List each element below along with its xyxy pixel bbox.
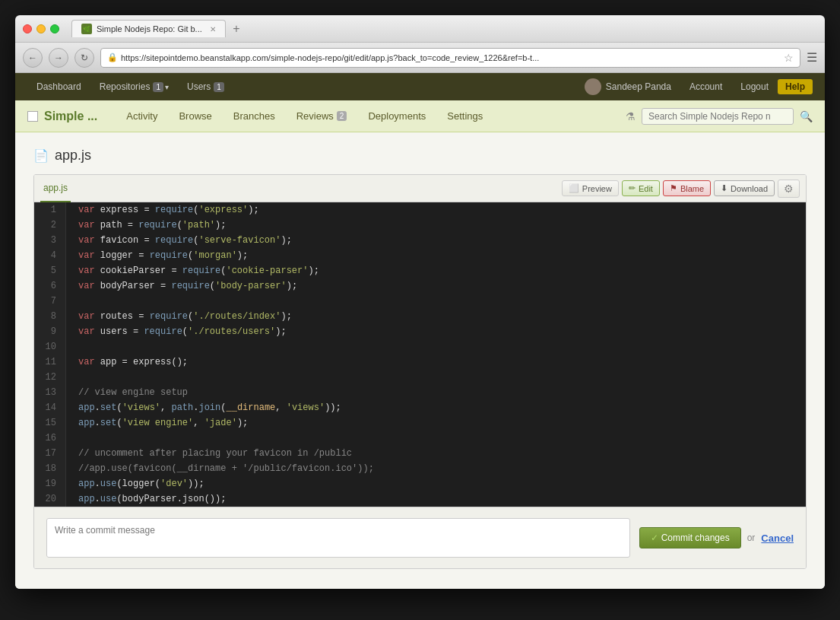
subnav-activity[interactable]: Activity [116, 100, 168, 132]
subnav-branches[interactable]: Branches [223, 100, 286, 132]
code-line: 4var logger = require('morgan'); [34, 248, 806, 263]
code-line: 17// uncomment after placing your favico… [34, 446, 806, 461]
subnav-right: ⚗ 🔍 [626, 108, 813, 125]
forward-button[interactable]: → [49, 48, 68, 68]
file-header: 📄 app.js [33, 148, 807, 164]
file-icon: 📄 [33, 148, 49, 163]
minimize-window-button[interactable] [36, 24, 46, 33]
preview-button[interactable]: ⬜ Preview [562, 180, 619, 196]
line-content: var cookieParser = require('cookie-parse… [66, 263, 806, 278]
nav-help[interactable]: Help [778, 79, 813, 94]
maximize-window-button[interactable] [50, 24, 59, 33]
code-line: 5var cookieParser = require('cookie-pars… [34, 263, 806, 278]
commit-message-input[interactable] [46, 518, 630, 558]
blame-button[interactable]: ⚑ Blame [663, 180, 711, 196]
line-content [66, 370, 806, 385]
page-content: 📄 app.js app.js ⬜ Preview [15, 132, 825, 589]
browser-window: 🌿 Simple Nodejs Repo: Git b... ✕ + ← → ↻… [15, 15, 825, 589]
code-line: 15app.set('view engine', 'jade'); [34, 415, 806, 431]
line-number: 20 [34, 491, 66, 507]
commit-changes-button[interactable]: ✓ Commit changes [639, 527, 741, 548]
line-content: //app.use(favicon(__dirname + '/public/f… [66, 461, 806, 476]
line-number: 12 [34, 370, 66, 385]
tab-bar: 🌿 Simple Nodejs Repo: Git b... ✕ + [71, 20, 817, 37]
line-content: // view engine setup [66, 385, 806, 400]
file-title: app.js [55, 148, 91, 164]
code-editor[interactable]: 1var express = require('express');2var p… [34, 202, 806, 507]
line-content: var logger = require('morgan'); [66, 248, 806, 263]
line-content: // uncomment after placing your favicon … [66, 446, 806, 461]
edit-button[interactable]: ✏ Edit [622, 180, 660, 196]
line-number: 15 [34, 415, 66, 431]
line-number: 17 [34, 446, 66, 461]
app-nav: Dashboard Repositories 1 ▾ Users 1 Sande… [15, 73, 825, 100]
line-number: 9 [34, 324, 66, 339]
browser-tab[interactable]: 🌿 Simple Nodejs Repo: Git b... ✕ [71, 20, 226, 37]
filter-icon[interactable]: ⚗ [626, 110, 636, 122]
line-content [66, 431, 806, 446]
subnav-settings[interactable]: Settings [436, 100, 493, 132]
code-line: 7 [34, 294, 806, 309]
browser-menu-button[interactable]: ☰ [807, 50, 817, 65]
code-line: 8var routes = require('./routes/index'); [34, 309, 806, 324]
code-line: 18//app.use(favicon(__dirname + '/public… [34, 461, 806, 476]
code-line: 2var path = require('path'); [34, 218, 806, 233]
settings-button[interactable]: ⚙ [778, 180, 800, 198]
repo-name[interactable]: Simple ... [44, 110, 97, 123]
code-line: 1var express = require('express'); [34, 202, 806, 218]
code-filename: app.js [40, 175, 71, 202]
line-number: 16 [34, 431, 66, 446]
bookmark-button[interactable]: ☆ [784, 52, 794, 64]
nav-repositories[interactable]: Repositories 1 ▾ [90, 73, 178, 100]
code-line: 10 [34, 339, 806, 355]
line-number: 5 [34, 263, 66, 278]
subnav-browse[interactable]: Browse [168, 100, 222, 132]
line-content: app.set('views', path.join(__dirname, 'v… [66, 400, 806, 415]
refresh-button[interactable]: ↻ [74, 48, 94, 68]
line-number: 8 [34, 309, 66, 324]
preview-icon: ⬜ [569, 183, 579, 193]
traffic-lights [23, 24, 59, 33]
line-content [66, 294, 806, 309]
subnav-deployments[interactable]: Deployments [357, 100, 436, 132]
line-number: 7 [34, 294, 66, 309]
line-content: var bodyParser = require('body-parser'); [66, 278, 806, 294]
tab-close-button[interactable]: ✕ [210, 25, 216, 33]
line-number: 13 [34, 385, 66, 400]
checkmark-icon: ✓ [651, 533, 658, 543]
nav-username[interactable]: Sandeep Panda [575, 73, 680, 100]
nav-users[interactable]: Users 1 [178, 73, 233, 100]
line-content: app.use(bodyParser.json()); [66, 491, 806, 507]
close-window-button[interactable] [23, 24, 32, 33]
line-number: 3 [34, 233, 66, 248]
line-number: 14 [34, 400, 66, 415]
cancel-button[interactable]: Cancel [761, 533, 794, 544]
repo-search-input[interactable] [642, 108, 794, 125]
nav-account[interactable]: Account [680, 73, 731, 100]
address-bar[interactable]: 🔒 https://sitepointdemo.beanstalkapp.com… [100, 48, 800, 68]
tab-title: Simple Nodejs Repo: Git b... [97, 24, 202, 33]
nav-dashboard[interactable]: Dashboard [27, 73, 90, 100]
url-text: https://sitepointdemo.beanstalkapp.com/s… [121, 53, 539, 62]
code-line: 14app.set('views', path.join(__dirname, … [34, 400, 806, 415]
nav-logout[interactable]: Logout [731, 73, 778, 100]
new-tab-button[interactable]: + [226, 21, 247, 37]
code-line: 12 [34, 370, 806, 385]
line-content: var app = express(); [66, 355, 806, 370]
lock-icon: 🔒 [107, 52, 118, 62]
line-number: 11 [34, 355, 66, 370]
code-actions: ⬜ Preview ✏ Edit ⚑ Blame [562, 180, 800, 198]
line-content [66, 339, 806, 355]
repo-checkbox[interactable] [27, 111, 38, 122]
code-line: 11var app = express(); [34, 355, 806, 370]
edit-icon: ✏ [629, 183, 636, 193]
subnav-reviews[interactable]: Reviews 2 [286, 100, 358, 132]
line-number: 1 [34, 202, 66, 218]
repositories-dropdown-icon[interactable]: ▾ [165, 83, 169, 91]
code-toolbar: app.js ⬜ Preview ✏ Edit ⚑ [34, 175, 806, 202]
blame-icon: ⚑ [670, 183, 677, 193]
search-icon[interactable]: 🔍 [800, 110, 813, 122]
subnav-links: Activity Browse Branches Reviews 2 Deplo… [116, 100, 493, 132]
back-button[interactable]: ← [23, 48, 43, 68]
download-button[interactable]: ⬇ Download [714, 180, 775, 196]
